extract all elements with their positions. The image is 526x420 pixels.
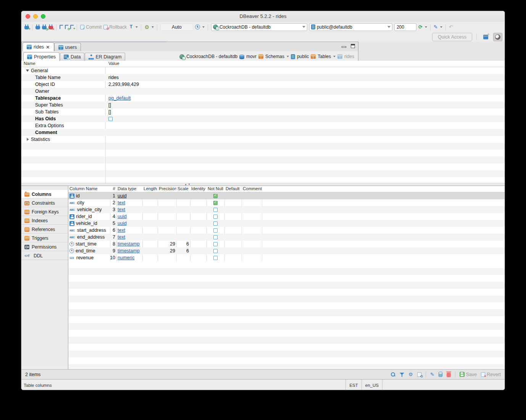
property-row-extra-options[interactable]: Extra Options [21,122,505,129]
expander-icon[interactable] [26,69,31,73]
sidebar-item-indexes[interactable]: Indexes [21,216,68,225]
sidebar-item-permissions[interactable]: Permissions [21,242,68,251]
splitter[interactable]: ▲▼ [21,183,505,186]
tablespace-link[interactable]: pg_default [108,95,131,101]
sidebar-item-foreign-keys[interactable]: Foreign Keys [21,207,68,216]
new-sql-editor-icon[interactable] [70,25,74,29]
property-row-general[interactable]: General [21,67,505,74]
data-type-link[interactable]: uuid [118,214,127,219]
revert-button[interactable]: Revert [481,372,501,377]
tab-data[interactable]: Data [60,53,84,61]
sidebar-item-ddl[interactable]: DDL [21,251,68,260]
data-type-link[interactable]: text [118,228,125,233]
columns-grid-header[interactable]: Column Name # Data type Length Precision… [68,186,505,192]
edit-pencil-icon[interactable] [430,372,434,377]
table-row-rider-id[interactable]: rider_id 4 uuid [68,213,505,220]
connection-combo[interactable]: CockroachDB - defaultdb [211,23,307,31]
schema-combo[interactable]: public@defaultdb [309,23,392,31]
table-row-vehicle-id[interactable]: vehicle_id 5 uuid [68,220,505,227]
tab-rides[interactable]: rides ✕ [23,42,54,51]
property-row-sub-tables[interactable]: Sub Tables[] [21,108,505,115]
sidebar-item-references[interactable]: References [21,225,68,234]
cell-editor-icon[interactable] [439,372,442,377]
table-row-id[interactable]: id 1 uuid [68,192,505,199]
sidebar-item-triggers[interactable]: Triggers [21,234,68,242]
breadcrumb-database[interactable]: movr [239,54,257,59]
commit-mode-combo[interactable]: Auto [160,23,193,31]
table-row-end-address[interactable]: end_address 7 text [68,234,505,241]
breadcrumb-schema[interactable]: public [291,54,309,59]
not-null-checkbox[interactable] [213,242,218,246]
breadcrumb-tables[interactable]: Tables [311,54,336,59]
data-type-link[interactable]: text [118,234,125,240]
has-oids-checkbox[interactable] [108,117,113,121]
data-type-link[interactable]: timestamp [118,248,140,254]
data-type-link[interactable]: text [118,207,125,212]
connect-icon[interactable] [35,26,40,29]
data-type-link[interactable]: timestamp [118,241,140,247]
property-row-table-name[interactable]: Table Namerides [21,74,505,81]
tab-users[interactable]: users [54,43,81,51]
minimize-editor-icon[interactable] [342,46,346,48]
sidebar-item-columns[interactable]: Columns [21,190,68,199]
not-null-checkbox[interactable] [213,256,218,260]
save-button[interactable]: Save [460,372,477,377]
sql-editor-recent-icon[interactable] [65,25,68,29]
debug-menu-button[interactable] [144,24,154,30]
close-tab-icon[interactable]: ✕ [46,44,50,50]
refresh-button[interactable] [418,24,427,29]
disconnect-icon[interactable] [48,26,53,29]
not-null-checkbox[interactable] [213,201,218,205]
filter-icon[interactable] [400,372,404,377]
table-row-end-time[interactable]: end_time 9 timestamp 296 [68,247,505,254]
new-connection-icon[interactable] [24,26,29,29]
property-row-owner[interactable]: Owner [21,88,505,95]
data-type-link[interactable]: numeric [118,255,134,260]
table-row-revenue[interactable]: revenue 10 numeric [68,254,505,261]
sql-editor-icon[interactable] [60,25,63,29]
edit-mode-button[interactable] [434,24,442,29]
not-null-checkbox[interactable] [213,208,218,212]
not-null-checkbox[interactable] [213,215,218,219]
data-type-link[interactable]: uuid [118,193,127,199]
property-row-object-id[interactable]: Object ID2,293,998,429 [21,81,505,88]
property-row-statistics[interactable]: Statistics [21,136,505,143]
table-row-city[interactable]: city 2 text [68,199,505,206]
maximize-editor-icon[interactable] [351,44,355,48]
not-null-checkbox[interactable] [213,228,218,233]
dbeaver-perspective-button[interactable] [493,33,502,41]
settings-gear-icon[interactable] [408,372,413,377]
property-row-tablespace[interactable]: Tablespacepg_default [21,95,505,102]
column-header-value[interactable]: Value [105,61,505,67]
property-row-comment[interactable]: Comment [21,129,505,136]
quick-access-button[interactable]: Quick Access [432,33,472,41]
data-type-link[interactable]: text [118,200,125,205]
breadcrumb-connection[interactable]: CockroachDB - defaultdb [179,54,237,59]
commit-button[interactable]: Commit [80,24,102,30]
transaction-log-button[interactable] [195,24,205,29]
not-null-checkbox[interactable] [213,221,218,226]
transaction-mode-button[interactable] [129,24,138,29]
not-null-checkbox[interactable] [213,235,218,239]
rollback-button[interactable]: Rollback [103,24,127,30]
property-row-super-tables[interactable]: Super Tables[] [21,102,505,108]
back-arrow-icon[interactable] [449,24,453,29]
expander-icon[interactable] [26,137,31,141]
breadcrumb-table[interactable]: rides [337,54,354,59]
data-type-link[interactable]: uuid [118,221,127,226]
sidebar-item-constraints[interactable]: Constraints [21,199,68,207]
table-row-start-address[interactable]: start_address 6 text [68,227,505,234]
fetch-size-input[interactable] [394,23,416,31]
search-icon[interactable] [391,372,395,377]
not-null-checkbox[interactable] [213,194,218,198]
reconnect-icon[interactable] [42,26,47,29]
breadcrumb-schemas[interactable]: Schemas [258,54,289,59]
tab-properties[interactable]: Properties [23,52,60,61]
sync-data-icon[interactable] [417,372,421,377]
not-null-checkbox[interactable] [213,249,218,253]
table-row-start-time[interactable]: start_time 8 timestamp 296 [68,241,505,247]
table-row-vehicle-city[interactable]: vehicle_city 3 text [68,206,505,213]
tab-er-diagram[interactable]: ER Diagram [85,53,125,61]
delete-icon[interactable] [447,373,451,377]
column-header-name[interactable]: Name [21,61,105,67]
